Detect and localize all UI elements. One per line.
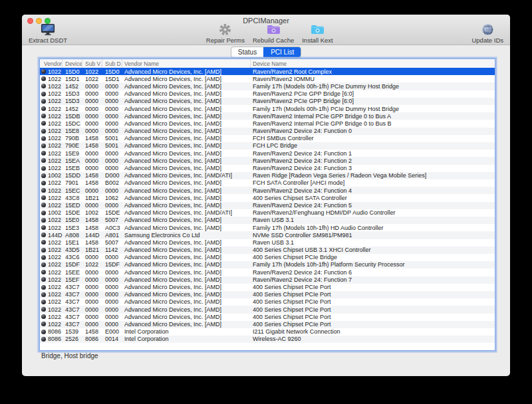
table-row[interactable]: 102215DB00000000Advanced Micro Devices, … bbox=[40, 112, 495, 120]
table-row[interactable]: 102215D300000000Advanced Micro Devices, … bbox=[40, 98, 495, 105]
cell-text: Family 17h (Models 10h-1fh) HD Audio Con… bbox=[253, 225, 384, 231]
table-row[interactable]: 102215D1102215D1Advanced Micro Devices, … bbox=[40, 75, 495, 82]
table-row[interactable]: 808615391458E000Intel CorporationI211 Gi… bbox=[40, 328, 495, 336]
column-header-sub-vendor[interactable]: Sub V… bbox=[82, 59, 102, 68]
column-header-vendor[interactable]: Vendor bbox=[40, 59, 63, 68]
cell-vendor: 8086 bbox=[40, 328, 63, 336]
cell-text: 43C7 bbox=[65, 291, 80, 298]
table-row[interactable]: 144DA808144DA801Samsung Electronics Co L… bbox=[40, 231, 495, 239]
cell-text: Advanced Micro Devices, Inc. [AMD] bbox=[124, 135, 221, 142]
cell-text: A808 bbox=[65, 232, 79, 239]
pci-device-icon bbox=[41, 166, 46, 171]
table-row[interactable]: 102243C700000000Advanced Micro Devices, … bbox=[40, 306, 495, 313]
cell-text: 43C8 bbox=[65, 195, 80, 201]
pci-device-icon bbox=[41, 277, 46, 282]
column-header-device-name[interactable]: Device Name bbox=[251, 59, 495, 68]
cell-device: 15DD bbox=[63, 172, 82, 179]
cell-device-name: Raven/Raven2 PCIe GPP Bridge [6:0] bbox=[251, 98, 495, 105]
install-kext-button[interactable]: Install Kext bbox=[302, 23, 332, 44]
cell-text: 0000 bbox=[105, 276, 118, 283]
table-row[interactable]: 102243C700000000Advanced Micro Devices, … bbox=[40, 320, 495, 328]
cell-device: 43C7 bbox=[63, 283, 82, 290]
cell-text: 400 Series Chipset PCIe Port bbox=[253, 314, 331, 320]
rebuild-cache-button[interactable]: Rebuild Cache bbox=[253, 23, 294, 44]
table-row[interactable]: 102243C600000000Advanced Micro Devices, … bbox=[40, 254, 495, 261]
table-row[interactable]: 102215EB00000000Advanced Micro Devices, … bbox=[40, 164, 495, 171]
table-row[interactable]: 102215EF00000000Advanced Micro Devices, … bbox=[40, 276, 495, 283]
pci-device-icon bbox=[41, 270, 46, 274]
cell-device-name: Raven/Raven2 Internal PCIe GPP Bridge 0 … bbox=[251, 120, 495, 127]
cell-sub-vendor: 1458 bbox=[82, 142, 102, 150]
table-row[interactable]: 102243C700000000Advanced Micro Devices, … bbox=[40, 283, 495, 290]
cell-text: Raven/Raven2/Fenghuang HDMI/DP Audio Con… bbox=[253, 209, 395, 216]
table-row[interactable]: 100215DD1458D000Advanced Micro Devices, … bbox=[40, 172, 495, 179]
table-row[interactable]: 102243C700000000Advanced Micro Devices, … bbox=[40, 298, 495, 306]
table-row[interactable]: 102243C700000000Advanced Micro Devices, … bbox=[40, 291, 495, 298]
cell-device: 15DC bbox=[63, 120, 82, 127]
cell-text: 15D1 bbox=[65, 76, 80, 82]
cell-text: Advanced Micro Devices, Inc. [AMD] bbox=[124, 150, 221, 157]
cell-text: 400 Series Chipset USB 3.1 XHCI Controll… bbox=[253, 247, 371, 253]
cell-text: 1022 bbox=[48, 298, 61, 305]
table-row[interactable]: 1022790B14585001Advanced Micro Devices, … bbox=[40, 135, 495, 142]
cell-sub-vendor: 0000 bbox=[82, 105, 102, 112]
column-header-device[interactable]: Device bbox=[63, 59, 82, 68]
cell-vendor-name: Advanced Micro Devices, Inc. [AMD/ATI] bbox=[122, 172, 251, 179]
table-row[interactable]: 100215DE100215DEAdvanced Micro Devices, … bbox=[40, 209, 495, 217]
cell-vendor: 144D bbox=[40, 231, 63, 239]
cell-device-name: FCH LPC Bridge bbox=[251, 142, 495, 150]
table-row[interactable]: 1022145200000000Advanced Micro Devices, … bbox=[40, 82, 495, 90]
cell-text: Advanced Micro Devices, Inc. [AMD] bbox=[124, 83, 221, 90]
table-row[interactable]: 102215DF102215DFAdvanced Micro Devices, … bbox=[40, 261, 495, 268]
table-row[interactable]: 1022790E14585001Advanced Micro Devices, … bbox=[40, 142, 495, 150]
table-row[interactable]: 102243C81B211062Advanced Micro Devices, … bbox=[40, 194, 495, 201]
table-row[interactable]: 102215D0102215D0Advanced Micro Devices, … bbox=[40, 68, 495, 75]
cell-device-name: 400 Series Chipset PCIe Port bbox=[251, 320, 495, 328]
table-row[interactable]: 102215E900000000Advanced Micro Devices, … bbox=[40, 150, 495, 157]
cell-text: B002 bbox=[105, 179, 119, 186]
cell-text: Advanced Micro Devices, Inc. [AMD] bbox=[124, 261, 221, 268]
cell-vendor: 1022 bbox=[40, 320, 63, 328]
table-row[interactable]: 102215E114585007Advanced Micro Devices, … bbox=[40, 239, 495, 246]
cell-text: Advanced Micro Devices, Inc. [AMD] bbox=[124, 239, 221, 246]
column-header-vendor-name[interactable]: Vendor Name bbox=[122, 59, 251, 68]
cell-sub-device: 0000 bbox=[102, 298, 122, 306]
extract-dsdt-button[interactable]: Extract DSDT bbox=[29, 23, 67, 44]
tab-status[interactable]: Status bbox=[231, 47, 263, 57]
repair-perms-button[interactable]: Repair Perms bbox=[206, 23, 245, 44]
cell-device: 43C7 bbox=[63, 298, 82, 306]
update-ids-button[interactable]: Update IDs bbox=[471, 23, 503, 44]
table-row[interactable]: 102215EC00000000Advanced Micro Devices, … bbox=[40, 187, 495, 194]
column-header-sub-device[interactable]: Sub D… bbox=[102, 59, 122, 68]
cell-sub-device: 0000 bbox=[102, 268, 122, 276]
cell-sub-device: 0000 bbox=[102, 291, 122, 298]
table-row[interactable]: 102215E014585007Advanced Micro Devices, … bbox=[40, 217, 495, 224]
table-row[interactable]: 102215EA00000000Advanced Micro Devices, … bbox=[40, 157, 495, 164]
table-row[interactable]: 8086252680860014Intel CorporationWireles… bbox=[40, 336, 495, 343]
cell-device: 15E3 bbox=[63, 224, 82, 231]
table-row[interactable]: 102215DC00000000Advanced Micro Devices, … bbox=[40, 120, 495, 127]
table-row[interactable]: 102215E800000000Advanced Micro Devices, … bbox=[40, 128, 495, 135]
cell-text: 0000 bbox=[85, 120, 98, 127]
cell-sub-device: 15D0 bbox=[102, 68, 122, 75]
tab-pci-list[interactable]: PCI List bbox=[263, 47, 301, 57]
pci-device-icon bbox=[41, 76, 46, 81]
cell-text: 0000 bbox=[105, 291, 118, 298]
desktop: { "window": { "title": "DPCIManager" }, … bbox=[0, 0, 532, 404]
cell-text: Raven/Raven2 IOMMU bbox=[253, 76, 315, 82]
table-row[interactable]: 102243D51B211142Advanced Micro Devices, … bbox=[40, 247, 495, 254]
table-row[interactable]: 102215EE00000000Advanced Micro Devices, … bbox=[40, 268, 495, 276]
cell-text: 0000 bbox=[105, 83, 118, 90]
cell-text: 15EB bbox=[65, 165, 80, 171]
pci-device-icon bbox=[41, 225, 46, 230]
table-row[interactable]: 102215E31458A0C3Advanced Micro Devices, … bbox=[40, 224, 495, 231]
cell-device-name: Raven USB 3.1 bbox=[251, 217, 495, 224]
cell-text: 1022 bbox=[48, 142, 61, 149]
table-row[interactable]: 1022145200000000Advanced Micro Devices, … bbox=[40, 105, 495, 112]
cell-sub-vendor: 8086 bbox=[82, 336, 102, 343]
table-row[interactable]: 102243C700000000Advanced Micro Devices, … bbox=[40, 313, 495, 320]
table-row[interactable]: 102279011458B002Advanced Micro Devices, … bbox=[40, 179, 495, 187]
table-row[interactable]: 102215ED00000000Advanced Micro Devices, … bbox=[40, 201, 495, 209]
cell-sub-vendor: 1458 bbox=[82, 135, 102, 142]
table-row[interactable]: 102215D300000000Advanced Micro Devices, … bbox=[40, 90, 495, 98]
